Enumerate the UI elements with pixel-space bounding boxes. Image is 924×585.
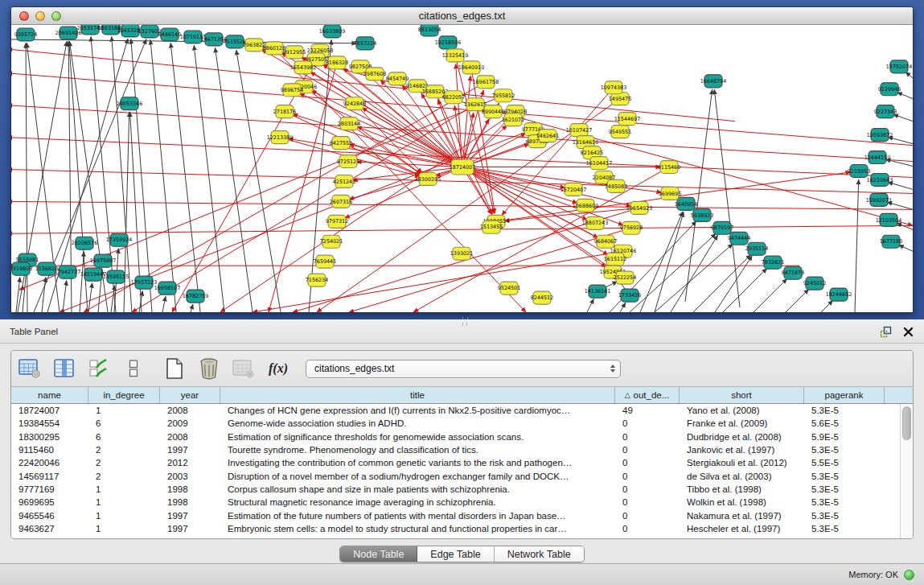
graph-node[interactable]: 8244512 — [531, 291, 553, 304]
table-row[interactable]: 1456911722003Disruption of a novel membe… — [11, 469, 900, 482]
graph-node[interactable]: 12093872 — [867, 129, 893, 142]
graph-node[interactable]: 2987608 — [363, 68, 386, 80]
graph-node[interactable]: 2522254 — [614, 271, 636, 284]
graph-node[interactable]: 20053346 — [117, 97, 142, 110]
graph-node[interactable]: 20206576 — [72, 237, 97, 249]
tab-edge-table[interactable]: Edge Table — [417, 546, 494, 562]
function-builder-button[interactable]: f(x) — [266, 356, 290, 381]
graph-node[interactable]: 9227343 — [874, 105, 897, 118]
graph-node[interactable]: 9797312 — [326, 215, 348, 228]
graph-node[interactable]: 7955812 — [492, 89, 515, 102]
graph-node[interactable]: 18640910 — [458, 61, 484, 74]
graph-node[interactable]: 8813054 — [418, 25, 441, 36]
table-row[interactable]: 946554611997Estimation of the future num… — [11, 509, 900, 521]
graph-node[interactable]: 1621072 — [502, 113, 524, 126]
graph-node[interactable]: 8186328 — [326, 56, 348, 69]
select-all-button[interactable] — [87, 356, 111, 381]
graph-node[interactable]: 9549551 — [609, 126, 631, 138]
table-row[interactable]: 1830029562008Estimation of significance … — [11, 431, 900, 443]
table-row[interactable]: 2242004622012Investigating the contribut… — [11, 456, 900, 469]
graph-node[interactable]: 19218506 — [435, 36, 461, 49]
delete-table-button[interactable] — [197, 356, 221, 381]
new-table-button[interactable] — [162, 356, 187, 381]
table-row[interactable]: 911546021997Tourette syndrome. Phenomeno… — [11, 443, 900, 456]
table-source-select[interactable]: citations_edges.txt — [306, 360, 621, 378]
column-header-year[interactable]: year — [160, 387, 220, 403]
tab-node-table[interactable]: Node Table — [340, 546, 417, 562]
graph-node[interactable]: 15992071 — [866, 193, 892, 206]
table-settings-button[interactable] — [18, 356, 42, 381]
graph-node[interactable]: 9756928 — [620, 221, 643, 234]
graph-node[interactable]: 9699695 — [659, 187, 681, 200]
graph-node[interactable]: 18724007 — [450, 159, 475, 175]
table-row[interactable]: 977716911998Corpus callosum shape and si… — [11, 483, 900, 496]
table-vertical-scrollbar[interactable] — [900, 404, 913, 538]
column-header-pagerank[interactable]: pagerank — [804, 387, 885, 403]
float-panel-button[interactable] — [879, 325, 892, 338]
graph-node[interactable]: 4251243 — [333, 175, 355, 187]
close-panel-button[interactable] — [901, 325, 914, 338]
table-row[interactable]: 1872400712008Changes of HCN gene express… — [11, 404, 900, 417]
minimize-window-button[interactable] — [35, 11, 45, 21]
graph-node[interactable]: 16961758 — [473, 76, 499, 89]
graph-node[interactable]: 1677180 — [880, 235, 902, 248]
graph-node[interactable]: 12444159 — [864, 151, 890, 164]
network-view-window[interactable]: citations_edges.txt 93557242069140620531… — [10, 6, 914, 313]
graph-node[interactable]: 2607316 — [330, 195, 352, 208]
graph-node[interactable]: 9129946 — [878, 83, 901, 96]
graph-node[interactable]: 6466140 — [158, 28, 181, 41]
column-header-name[interactable]: name — [11, 387, 88, 403]
graph-node[interactable]: 9245012 — [803, 277, 826, 290]
graph-node[interactable]: 1393021 — [450, 247, 473, 260]
graph-node[interactable]: 2718176 — [273, 105, 296, 118]
network-canvas-area[interactable]: 9355724206914062053174818031889106532871… — [11, 25, 913, 312]
graph-node[interactable]: 3319808 — [11, 262, 32, 275]
graph-node[interactable]: 8912955 — [283, 46, 306, 59]
graph-node[interactable]: 9115460 — [658, 161, 680, 174]
select-column-button[interactable] — [52, 356, 76, 381]
network-canvas[interactable]: 9355724206914062053174818031889106532871… — [11, 25, 913, 312]
graph-node[interactable]: 9215953 — [848, 165, 870, 178]
column-header-short[interactable]: short — [680, 387, 804, 403]
graph-node[interactable]: 12325419 — [442, 49, 468, 62]
graph-node[interactable]: 9725121 — [337, 155, 359, 168]
table-row[interactable]: 1938455462009Genome-wide association stu… — [11, 417, 900, 430]
graph-node[interactable]: 7857224 — [354, 37, 376, 50]
graph-node[interactable]: 7485083 — [605, 179, 627, 192]
tab-network-table[interactable]: Network Table — [495, 546, 584, 562]
graph-node[interactable]: 9474444 — [728, 232, 750, 245]
graph-node[interactable]: 1733426 — [618, 289, 641, 302]
graph-node[interactable]: 6879197 — [711, 221, 733, 234]
graph-node[interactable]: 9355724 — [14, 28, 37, 41]
graph-node[interactable]: 17942737 — [55, 266, 80, 278]
graph-node[interactable]: 1615112 — [604, 253, 626, 266]
graph-node[interactable]: 16782759 — [183, 290, 208, 303]
network-window-titlebar[interactable]: citations_edges.txt — [11, 7, 913, 25]
graph-node[interactable]: 9524501 — [498, 282, 520, 295]
close-window-button[interactable] — [19, 11, 29, 21]
unselect-all-button[interactable] — [121, 356, 146, 381]
graph-node[interactable]: 19654923 — [626, 201, 652, 214]
graph-node[interactable]: 2935114 — [745, 242, 768, 255]
graph-node[interactable]: 2803144 — [338, 117, 360, 130]
table-row[interactable]: 946362711997Embryonic stem cells: a mode… — [11, 522, 900, 535]
panel-drag-grip[interactable] — [462, 322, 467, 326]
graph-node[interactable]: 8427552 — [330, 137, 352, 150]
graph-node[interactable]: 1640954 — [675, 197, 697, 210]
zoom-window-button[interactable] — [51, 11, 61, 21]
graph-node[interactable]: 15751074 — [886, 60, 912, 73]
graph-node[interactable]: 7659441 — [314, 255, 336, 268]
graph-node[interactable]: 16648794 — [700, 75, 726, 88]
graph-node[interactable]: 7832621 — [762, 256, 784, 269]
graph-node[interactable]: 12213389 — [267, 131, 293, 144]
graph-node[interactable]: 9242848 — [343, 97, 366, 110]
scrollbar-thumb[interactable] — [902, 406, 911, 440]
graph-node[interactable]: 8471878 — [782, 266, 804, 279]
graph-node[interactable]: 1513455 — [480, 220, 503, 233]
graph-node[interactable]: 6822057 — [442, 91, 465, 104]
graph-node[interactable]: 5938923 — [691, 208, 713, 221]
graph-node[interactable]: 17957223 — [131, 276, 157, 289]
graph-node[interactable]: 18244652 — [826, 288, 852, 301]
column-header-in_degree[interactable]: in_degree — [88, 387, 160, 403]
graph-node[interactable]: 9684067 — [594, 235, 617, 248]
